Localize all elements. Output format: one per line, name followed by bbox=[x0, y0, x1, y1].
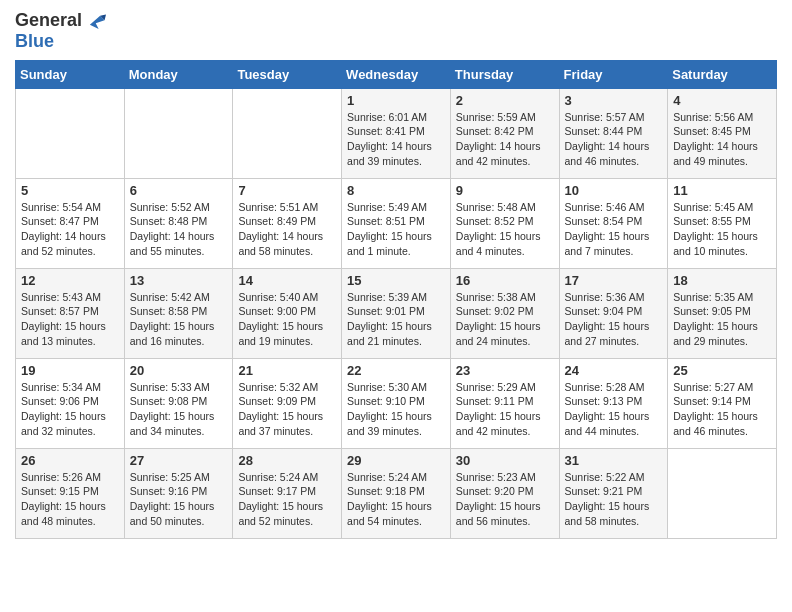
day-number: 26 bbox=[21, 453, 119, 468]
day-info: Sunrise: 5:59 AM Sunset: 8:42 PM Dayligh… bbox=[456, 110, 554, 169]
day-number: 4 bbox=[673, 93, 771, 108]
calendar-cell: 22Sunrise: 5:30 AM Sunset: 9:10 PM Dayli… bbox=[342, 358, 451, 448]
calendar-cell: 8Sunrise: 5:49 AM Sunset: 8:51 PM Daylig… bbox=[342, 178, 451, 268]
day-number: 11 bbox=[673, 183, 771, 198]
day-info: Sunrise: 5:32 AM Sunset: 9:09 PM Dayligh… bbox=[238, 380, 336, 439]
column-header-thursday: Thursday bbox=[450, 60, 559, 88]
calendar-week-row: 12Sunrise: 5:43 AM Sunset: 8:57 PM Dayli… bbox=[16, 268, 777, 358]
day-info: Sunrise: 5:40 AM Sunset: 9:00 PM Dayligh… bbox=[238, 290, 336, 349]
column-header-tuesday: Tuesday bbox=[233, 60, 342, 88]
day-number: 28 bbox=[238, 453, 336, 468]
calendar-cell: 4Sunrise: 5:56 AM Sunset: 8:45 PM Daylig… bbox=[668, 88, 777, 178]
calendar-cell bbox=[233, 88, 342, 178]
day-info: Sunrise: 5:26 AM Sunset: 9:15 PM Dayligh… bbox=[21, 470, 119, 529]
logo-general-text: General bbox=[15, 10, 82, 30]
logo-blue-text: Blue bbox=[15, 31, 54, 51]
calendar-cell: 24Sunrise: 5:28 AM Sunset: 9:13 PM Dayli… bbox=[559, 358, 668, 448]
calendar-cell: 12Sunrise: 5:43 AM Sunset: 8:57 PM Dayli… bbox=[16, 268, 125, 358]
day-info: Sunrise: 5:28 AM Sunset: 9:13 PM Dayligh… bbox=[565, 380, 663, 439]
calendar-cell: 18Sunrise: 5:35 AM Sunset: 9:05 PM Dayli… bbox=[668, 268, 777, 358]
calendar-cell: 27Sunrise: 5:25 AM Sunset: 9:16 PM Dayli… bbox=[124, 448, 233, 538]
calendar-cell: 28Sunrise: 5:24 AM Sunset: 9:17 PM Dayli… bbox=[233, 448, 342, 538]
day-info: Sunrise: 6:01 AM Sunset: 8:41 PM Dayligh… bbox=[347, 110, 445, 169]
calendar-week-row: 26Sunrise: 5:26 AM Sunset: 9:15 PM Dayli… bbox=[16, 448, 777, 538]
logo: General Blue bbox=[15, 10, 106, 52]
day-number: 17 bbox=[565, 273, 663, 288]
day-number: 5 bbox=[21, 183, 119, 198]
calendar-cell: 15Sunrise: 5:39 AM Sunset: 9:01 PM Dayli… bbox=[342, 268, 451, 358]
logo-bird-icon bbox=[84, 10, 106, 32]
day-info: Sunrise: 5:45 AM Sunset: 8:55 PM Dayligh… bbox=[673, 200, 771, 259]
day-number: 24 bbox=[565, 363, 663, 378]
calendar-cell: 14Sunrise: 5:40 AM Sunset: 9:00 PM Dayli… bbox=[233, 268, 342, 358]
day-number: 16 bbox=[456, 273, 554, 288]
calendar-cell: 17Sunrise: 5:36 AM Sunset: 9:04 PM Dayli… bbox=[559, 268, 668, 358]
header: General Blue bbox=[15, 10, 777, 52]
day-info: Sunrise: 5:23 AM Sunset: 9:20 PM Dayligh… bbox=[456, 470, 554, 529]
column-header-wednesday: Wednesday bbox=[342, 60, 451, 88]
calendar-cell: 26Sunrise: 5:26 AM Sunset: 9:15 PM Dayli… bbox=[16, 448, 125, 538]
calendar-cell: 20Sunrise: 5:33 AM Sunset: 9:08 PM Dayli… bbox=[124, 358, 233, 448]
day-number: 6 bbox=[130, 183, 228, 198]
calendar-cell: 11Sunrise: 5:45 AM Sunset: 8:55 PM Dayli… bbox=[668, 178, 777, 268]
day-number: 23 bbox=[456, 363, 554, 378]
calendar-cell: 21Sunrise: 5:32 AM Sunset: 9:09 PM Dayli… bbox=[233, 358, 342, 448]
day-info: Sunrise: 5:36 AM Sunset: 9:04 PM Dayligh… bbox=[565, 290, 663, 349]
day-number: 1 bbox=[347, 93, 445, 108]
day-info: Sunrise: 5:30 AM Sunset: 9:10 PM Dayligh… bbox=[347, 380, 445, 439]
calendar-week-row: 19Sunrise: 5:34 AM Sunset: 9:06 PM Dayli… bbox=[16, 358, 777, 448]
day-number: 21 bbox=[238, 363, 336, 378]
day-number: 12 bbox=[21, 273, 119, 288]
day-info: Sunrise: 5:57 AM Sunset: 8:44 PM Dayligh… bbox=[565, 110, 663, 169]
day-number: 25 bbox=[673, 363, 771, 378]
day-info: Sunrise: 5:46 AM Sunset: 8:54 PM Dayligh… bbox=[565, 200, 663, 259]
calendar-cell: 6Sunrise: 5:52 AM Sunset: 8:48 PM Daylig… bbox=[124, 178, 233, 268]
day-number: 19 bbox=[21, 363, 119, 378]
day-number: 2 bbox=[456, 93, 554, 108]
day-info: Sunrise: 5:48 AM Sunset: 8:52 PM Dayligh… bbox=[456, 200, 554, 259]
day-info: Sunrise: 5:34 AM Sunset: 9:06 PM Dayligh… bbox=[21, 380, 119, 439]
calendar-cell: 10Sunrise: 5:46 AM Sunset: 8:54 PM Dayli… bbox=[559, 178, 668, 268]
day-info: Sunrise: 5:25 AM Sunset: 9:16 PM Dayligh… bbox=[130, 470, 228, 529]
day-number: 18 bbox=[673, 273, 771, 288]
day-number: 20 bbox=[130, 363, 228, 378]
day-number: 13 bbox=[130, 273, 228, 288]
calendar-cell: 5Sunrise: 5:54 AM Sunset: 8:47 PM Daylig… bbox=[16, 178, 125, 268]
day-info: Sunrise: 5:27 AM Sunset: 9:14 PM Dayligh… bbox=[673, 380, 771, 439]
day-info: Sunrise: 5:43 AM Sunset: 8:57 PM Dayligh… bbox=[21, 290, 119, 349]
day-info: Sunrise: 5:24 AM Sunset: 9:18 PM Dayligh… bbox=[347, 470, 445, 529]
day-info: Sunrise: 5:52 AM Sunset: 8:48 PM Dayligh… bbox=[130, 200, 228, 259]
day-info: Sunrise: 5:51 AM Sunset: 8:49 PM Dayligh… bbox=[238, 200, 336, 259]
calendar-cell: 1Sunrise: 6:01 AM Sunset: 8:41 PM Daylig… bbox=[342, 88, 451, 178]
day-number: 29 bbox=[347, 453, 445, 468]
column-header-saturday: Saturday bbox=[668, 60, 777, 88]
calendar-table: SundayMondayTuesdayWednesdayThursdayFrid… bbox=[15, 60, 777, 539]
day-number: 27 bbox=[130, 453, 228, 468]
day-info: Sunrise: 5:54 AM Sunset: 8:47 PM Dayligh… bbox=[21, 200, 119, 259]
calendar-cell: 16Sunrise: 5:38 AM Sunset: 9:02 PM Dayli… bbox=[450, 268, 559, 358]
calendar-cell bbox=[16, 88, 125, 178]
column-header-friday: Friday bbox=[559, 60, 668, 88]
calendar-cell: 29Sunrise: 5:24 AM Sunset: 9:18 PM Dayli… bbox=[342, 448, 451, 538]
calendar-cell bbox=[124, 88, 233, 178]
column-header-sunday: Sunday bbox=[16, 60, 125, 88]
day-info: Sunrise: 5:42 AM Sunset: 8:58 PM Dayligh… bbox=[130, 290, 228, 349]
day-number: 14 bbox=[238, 273, 336, 288]
column-header-monday: Monday bbox=[124, 60, 233, 88]
day-info: Sunrise: 5:22 AM Sunset: 9:21 PM Dayligh… bbox=[565, 470, 663, 529]
calendar-cell: 25Sunrise: 5:27 AM Sunset: 9:14 PM Dayli… bbox=[668, 358, 777, 448]
day-info: Sunrise: 5:56 AM Sunset: 8:45 PM Dayligh… bbox=[673, 110, 771, 169]
calendar-cell: 3Sunrise: 5:57 AM Sunset: 8:44 PM Daylig… bbox=[559, 88, 668, 178]
day-number: 22 bbox=[347, 363, 445, 378]
day-info: Sunrise: 5:39 AM Sunset: 9:01 PM Dayligh… bbox=[347, 290, 445, 349]
calendar-cell: 19Sunrise: 5:34 AM Sunset: 9:06 PM Dayli… bbox=[16, 358, 125, 448]
day-number: 8 bbox=[347, 183, 445, 198]
calendar-week-row: 1Sunrise: 6:01 AM Sunset: 8:41 PM Daylig… bbox=[16, 88, 777, 178]
day-info: Sunrise: 5:33 AM Sunset: 9:08 PM Dayligh… bbox=[130, 380, 228, 439]
day-info: Sunrise: 5:49 AM Sunset: 8:51 PM Dayligh… bbox=[347, 200, 445, 259]
calendar-cell: 23Sunrise: 5:29 AM Sunset: 9:11 PM Dayli… bbox=[450, 358, 559, 448]
calendar-cell: 2Sunrise: 5:59 AM Sunset: 8:42 PM Daylig… bbox=[450, 88, 559, 178]
day-number: 15 bbox=[347, 273, 445, 288]
day-number: 9 bbox=[456, 183, 554, 198]
day-number: 30 bbox=[456, 453, 554, 468]
